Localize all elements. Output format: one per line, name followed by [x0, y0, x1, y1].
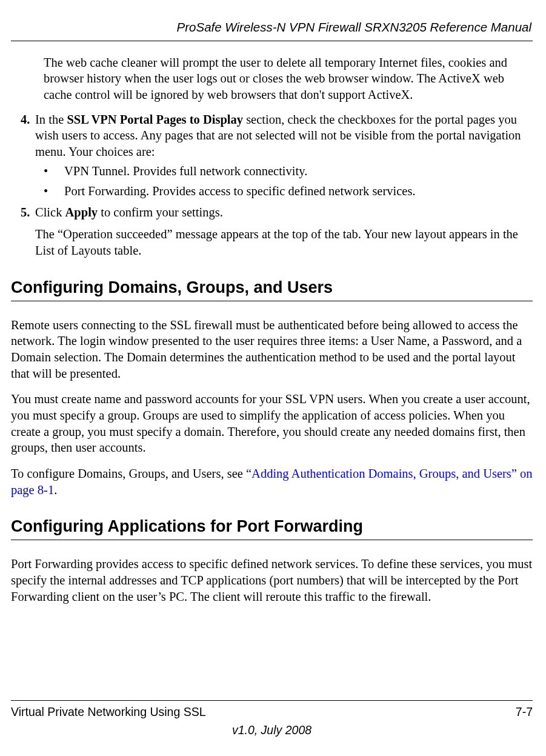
domains-para-2: You must create name and password accoun… — [11, 391, 533, 456]
step4-bold: SSL VPN Portal Pages to Display — [67, 113, 243, 126]
step5-suffix: to confirm your settings. — [98, 206, 223, 219]
section-heading-domains: Configuring Domains, Groups, and Users — [11, 277, 533, 298]
bullet-item: • Port Forwarding. Provides access to sp… — [44, 183, 533, 199]
bullet-text: Port Forwarding. Provides access to spec… — [64, 183, 533, 199]
step5-bold: Apply — [65, 206, 98, 219]
domains-p3-suffix: . — [54, 483, 57, 497]
bullet-char: • — [44, 183, 64, 199]
step4-prefix: In the — [35, 113, 67, 126]
step-5: 5. Click Apply to confirm your settings. — [21, 204, 533, 221]
footer: Virtual Private Networking Using SSL 7-7… — [11, 700, 533, 738]
footer-left: Virtual Private Networking Using SSL — [11, 704, 206, 720]
portforwarding-para-1: Port Forwarding provides access to speci… — [11, 556, 533, 604]
section-rule — [11, 301, 533, 301]
step5-prefix: Click — [35, 206, 65, 219]
bullet-char: • — [44, 163, 64, 179]
step-text: In the SSL VPN Portal Pages to Display s… — [35, 112, 533, 160]
footer-center: v1.0, July 2008 — [11, 723, 533, 738]
bullet-text: VPN Tunnel. Provides full network connec… — [64, 163, 533, 179]
footer-right: 7-7 — [516, 704, 533, 720]
header-title: ProSafe Wireless-N VPN Firewall SRXN3205… — [11, 19, 533, 41]
section-heading-portforwarding: Configuring Applications for Port Forwar… — [11, 516, 533, 537]
step-number: 4. — [21, 112, 35, 160]
header-rule — [11, 41, 533, 41]
footer-rule — [11, 700, 533, 701]
intro-paragraph: The web cache cleaner will prompt the us… — [44, 55, 533, 103]
step-number: 5. — [21, 204, 35, 221]
bullet-item: • VPN Tunnel. Provides full network conn… — [44, 163, 533, 179]
domains-para-3: To configure Domains, Groups, and Users,… — [11, 466, 533, 498]
domains-p3-prefix: To configure Domains, Groups, and Users,… — [11, 467, 246, 480]
section-rule — [11, 540, 533, 540]
step-text: Click Apply to confirm your settings. — [35, 204, 533, 221]
step5-result: The “Operation succeeded” message appear… — [35, 226, 533, 258]
step-4: 4. In the SSL VPN Portal Pages to Displa… — [21, 112, 533, 160]
domains-para-1: Remote users connecting to the SSL firew… — [11, 317, 533, 382]
